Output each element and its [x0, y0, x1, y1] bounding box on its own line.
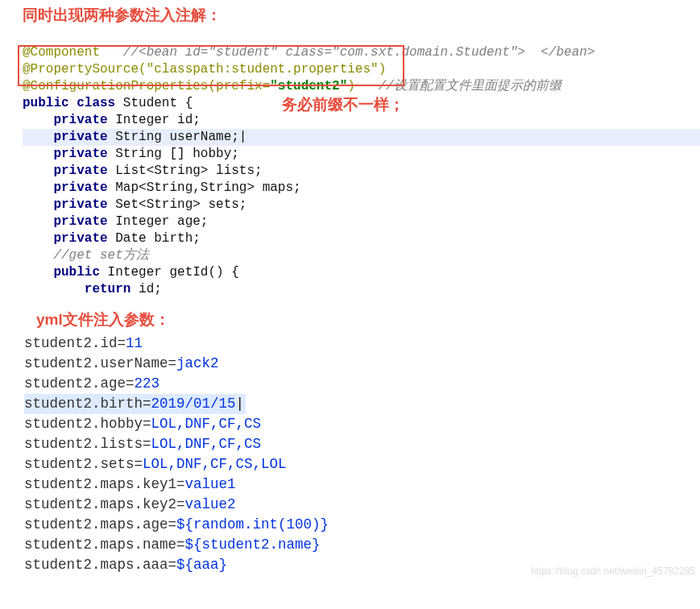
- prop-line: student2.maps.name=${student2.name}: [24, 536, 321, 553]
- prop-key: student2.age: [24, 375, 126, 392]
- prop-key: student2.maps.name: [24, 536, 176, 553]
- prop-value: LOL,DNF,CF,CS: [151, 436, 262, 452]
- equals-sign: =: [176, 496, 185, 512]
- prop-key: student2.lists: [24, 436, 143, 452]
- prop-key: student2.maps.aaa: [24, 557, 168, 573]
- return-id: id;: [130, 282, 161, 296]
- prop-line: student2.age=223: [24, 375, 159, 392]
- kw-private: private: [23, 214, 108, 229]
- line-return-id: return id;: [23, 282, 162, 296]
- prop-key: student2.hobby: [24, 416, 143, 432]
- field-maps: Map<String,String> maps;: [108, 180, 301, 195]
- watermark-text: https://blog.csdn.net/weixin_45782285: [531, 566, 695, 577]
- field-sets: Set<String> sets;: [108, 197, 247, 212]
- prop-line: student2.lists=LOL,DNF,CF,CS: [24, 436, 261, 452]
- field-id: Integer id;: [108, 113, 201, 127]
- comment-prefix-note: //设置配置文件里面提示的前缀: [379, 79, 561, 93]
- line-field-sets: private Set<String> sets;: [23, 197, 246, 212]
- equals-sign: =: [176, 476, 185, 492]
- prop-value: jack2: [176, 355, 219, 371]
- equals-sign: =: [143, 416, 151, 432]
- kw-private: private: [23, 180, 108, 195]
- prop-line: student2.sets=LOL,DNF,CF,CS,LOL: [24, 456, 287, 472]
- kw-public: public: [23, 265, 100, 280]
- equals-sign: =: [168, 516, 177, 532]
- line-field-age: private Integer age;: [23, 214, 208, 229]
- line-class-decl: public class Student {: [23, 96, 193, 110]
- line-field-username: private String userName;|: [23, 129, 700, 146]
- annotation-configprops: @ConfigurationProperties: [23, 79, 208, 93]
- prop-value: 223: [135, 375, 160, 392]
- line-field-hobby: private String [] hobby;: [23, 147, 239, 161]
- prop-key: student2.id: [24, 335, 118, 351]
- prop-key: student2.birth: [24, 396, 143, 412]
- prop-line: student2.hobby=LOL,DNF,CF,CS: [24, 416, 261, 432]
- line-comment-getset: //get set方法: [23, 248, 149, 263]
- equals-sign: =: [126, 375, 135, 392]
- prop-line: student2.maps.key2=value2: [24, 496, 236, 512]
- note-prefix-different: 务必前缀不一样；: [282, 94, 404, 115]
- line-configprops: @ConfigurationProperties(prefix="student…: [23, 79, 561, 93]
- prop-value: value2: [185, 496, 236, 512]
- prop-key: student2.maps.key1: [24, 476, 176, 492]
- comment-bean: //<bean id="student" class="com.sxt.doma…: [123, 45, 595, 60]
- kw-private: private: [23, 147, 108, 161]
- equals-sign: =: [168, 355, 177, 371]
- kw-private: private: [23, 130, 108, 144]
- equals-sign: =: [176, 536, 185, 553]
- comment-getset: //get set方法: [23, 248, 149, 263]
- annotation-propertysource: @PropertySource("classpath:student.prope…: [23, 62, 386, 77]
- prop-line: student2.id=11: [24, 335, 143, 351]
- prop-value: LOL,DNF,CF,CS: [151, 416, 262, 432]
- prop-line: student2.maps.age=${random.int(100)}: [24, 516, 329, 532]
- prop-value: ${student2.name}: [185, 536, 321, 553]
- text-cursor: |: [236, 396, 245, 412]
- string-prefix: "student2": [270, 79, 347, 93]
- equals-sign: =: [135, 456, 143, 472]
- prop-line: student2.maps.key1=value1: [24, 476, 236, 492]
- prop-key: student2.maps.age: [24, 516, 168, 532]
- equals-sign: =: [118, 335, 126, 351]
- annotation-component: @Component: [23, 45, 100, 60]
- prop-key: student2.userName: [24, 355, 168, 371]
- prop-value: value1: [185, 476, 236, 492]
- field-hobby: String [] hobby;: [108, 147, 239, 161]
- kw-private: private: [23, 231, 108, 246]
- prop-value: LOL,DNF,CF,CS,LOL: [143, 456, 287, 472]
- prop-line-highlighted: student2.birth=2019/01/15|: [24, 394, 246, 414]
- method-getid: Integer getId() {: [100, 265, 239, 280]
- prop-value: ${aaa}: [176, 557, 227, 573]
- line-method-getid: public Integer getId() {: [23, 265, 239, 280]
- equals-sign: =: [143, 396, 151, 412]
- field-username: String userName;: [108, 130, 239, 144]
- kw-private: private: [23, 164, 108, 178]
- field-age: Integer age;: [108, 214, 209, 229]
- prop-value: 2019/01/15: [151, 396, 236, 412]
- line-field-lists: private List<String> lists;: [23, 164, 263, 178]
- kw-public: public: [23, 96, 69, 110]
- prop-line: student2.maps.aaa=${aaa}: [24, 557, 227, 573]
- prop-value: ${random.int(100)}: [176, 516, 329, 532]
- line-propertysource: @PropertySource("classpath:student.prope…: [23, 62, 386, 77]
- prop-value: 11: [126, 335, 143, 351]
- prop-key: student2.sets: [24, 456, 135, 472]
- equals-sign: =: [168, 557, 177, 573]
- line-field-id: private Integer id;: [23, 113, 201, 127]
- line-component: @Component //<bean id="student" class="c…: [23, 45, 595, 60]
- class-name: Student {: [115, 96, 193, 110]
- param-close: ): [347, 79, 355, 93]
- java-code-block: @Component //<bean id="student" class="c…: [0, 27, 700, 298]
- properties-block: student2.id=11 student2.userName=jack2 s…: [0, 334, 700, 575]
- field-lists: List<String> lists;: [108, 164, 263, 178]
- text-cursor: |: [239, 130, 247, 144]
- kw-class: class: [69, 96, 116, 110]
- section-title-annotations: 同时出现两种参数注入注解：: [0, 5, 700, 27]
- equals-sign: =: [143, 436, 151, 452]
- field-birth: Date birth;: [108, 231, 201, 246]
- line-field-birth: private Date birth;: [23, 231, 201, 246]
- kw-private: private: [23, 197, 108, 212]
- prop-line: student2.userName=jack2: [24, 355, 219, 371]
- prop-key: student2.maps.key2: [24, 496, 176, 512]
- param-open: (prefix=: [208, 79, 270, 93]
- section-title-yml: yml文件注入参数：: [0, 309, 700, 330]
